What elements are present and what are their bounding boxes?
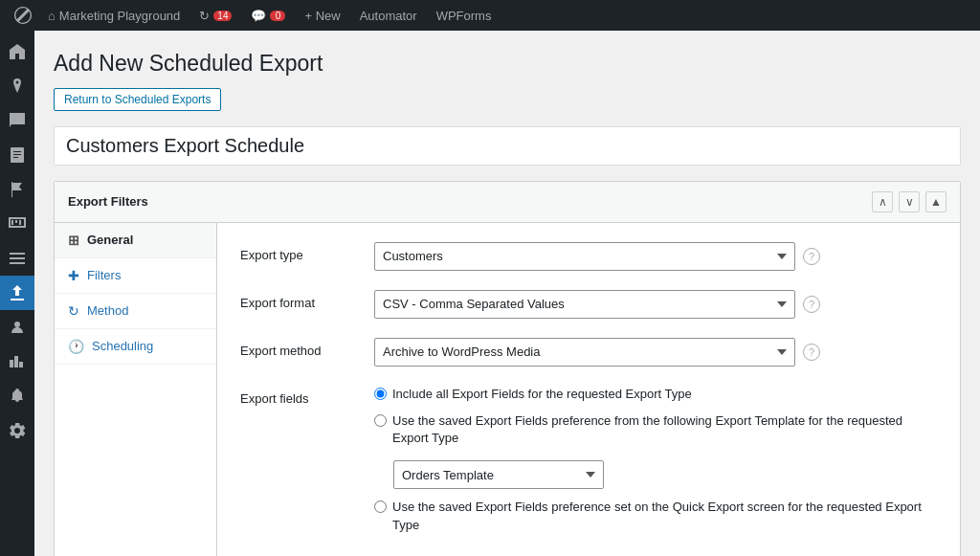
main-content: Add New Scheduled Export Return to Sched… (34, 31, 980, 556)
sidebar-woo-icon[interactable] (0, 207, 34, 241)
export-fields-field: Include all Export Fields for the reques… (374, 386, 937, 534)
template-select[interactable]: Orders Template Customers Template Produ… (393, 460, 604, 489)
site-name[interactable]: ⌂ Marketing Playground (38, 0, 189, 31)
page-title: Add New Scheduled Export (54, 50, 961, 78)
wp-logo[interactable] (8, 0, 38, 31)
panel-header: Export Filters ∧ ∨ ▲ (55, 182, 960, 223)
export-format-select[interactable]: CSV - Comma Separated Values Excel XML J… (374, 290, 795, 319)
export-type-row: Export type Customers Orders Products Co… (240, 242, 937, 271)
sidebar (0, 31, 34, 556)
sidebar-list-icon[interactable] (0, 241, 34, 276)
radio-quick-export-fields[interactable]: Use the saved Export Fields preference s… (374, 499, 922, 533)
collapse-down-button[interactable]: ∨ (899, 191, 920, 212)
comments-icon: 💬 (251, 9, 266, 23)
new-content-item[interactable]: + New (295, 0, 349, 31)
nav-item-general[interactable]: ⊞ General (55, 223, 216, 258)
radio-all-fields-text: Include all Export Fields for the reques… (392, 386, 692, 403)
export-format-label: Export format (240, 290, 374, 310)
export-type-help-icon[interactable]: ? (803, 248, 820, 265)
sidebar-chart-icon[interactable] (0, 345, 34, 379)
export-method-help-icon[interactable]: ? (803, 344, 820, 361)
sidebar-dashboard-icon[interactable] (0, 34, 34, 69)
schedule-name-input[interactable] (54, 126, 961, 166)
export-method-select[interactable]: Archive to WordPress Media Email FTP HTT… (374, 338, 795, 367)
export-method-label: Export method (240, 338, 374, 358)
return-link[interactable]: Return to Scheduled Exports (54, 88, 221, 111)
scheduling-icon: 🕐 (68, 339, 84, 354)
updates-item[interactable]: ↻ 14 (189, 0, 241, 31)
export-format-row: Export format CSV - Comma Separated Valu… (240, 290, 937, 319)
export-method-field: Archive to WordPress Media Email FTP HTT… (374, 338, 937, 367)
radio-template-fields-text: Use the saved Export Fields preference f… (392, 412, 902, 447)
panel-nav: ⊞ General ✚ Filters ↻ Method 🕐 Schedulin… (55, 223, 217, 556)
panel-header-title: Export Filters (68, 194, 148, 209)
export-filters-panel: Export Filters ∧ ∨ ▲ ⊞ General ✚ Filter (54, 181, 961, 556)
collapse-up-button[interactable]: ∧ (872, 191, 893, 212)
export-type-label: Export type (240, 242, 374, 262)
home-icon: ⌂ (48, 9, 56, 23)
sidebar-bell-icon[interactable] (0, 379, 34, 413)
radio-quick-export-fields-input[interactable] (374, 500, 387, 513)
automator-item[interactable]: Automator (350, 0, 427, 31)
panel-body: ⊞ General ✚ Filters ↻ Method 🕐 Schedulin… (55, 223, 960, 556)
export-fields-label: Export fields (240, 386, 374, 406)
radio-all-fields-input[interactable] (374, 388, 387, 400)
sidebar-export-icon[interactable] (0, 276, 34, 310)
general-icon: ⊞ (68, 233, 79, 248)
export-method-row: Export method Archive to WordPress Media… (240, 338, 937, 367)
panel-content: Export type Customers Orders Products Co… (217, 223, 960, 556)
svg-point-1 (14, 322, 20, 327)
export-type-field: Customers Orders Products Coupons ? (374, 242, 937, 271)
template-select-wrapper: Orders Template Customers Template Produ… (393, 460, 922, 489)
sidebar-pages-icon[interactable] (0, 138, 34, 172)
radio-quick-export-fields-text: Use the saved Export Fields preference s… (392, 499, 922, 533)
radio-all-fields[interactable]: Include all Export Fields for the reques… (374, 386, 922, 403)
panel-header-controls: ∧ ∨ ▲ (872, 191, 947, 212)
nav-item-filters[interactable]: ✚ Filters (55, 258, 216, 294)
export-format-help-icon[interactable]: ? (803, 296, 820, 313)
updates-icon: ↻ (199, 9, 210, 23)
export-fields-options: Include all Export Fields for the reques… (374, 386, 922, 534)
sidebar-pin-icon[interactable] (0, 69, 34, 103)
wpforms-item[interactable]: WPForms (427, 0, 501, 31)
filters-icon: ✚ (68, 268, 79, 283)
export-type-select[interactable]: Customers Orders Products Coupons (374, 242, 795, 271)
admin-bar: ⌂ Marketing Playground ↻ 14 💬 0 + New Au… (0, 0, 980, 31)
sidebar-flag-icon[interactable] (0, 172, 34, 207)
nav-item-method[interactable]: ↻ Method (55, 294, 216, 329)
comments-item[interactable]: 💬 0 (241, 0, 295, 31)
nav-item-scheduling[interactable]: 🕐 Scheduling (55, 329, 216, 365)
method-icon: ↻ (68, 303, 79, 319)
collapse-all-button[interactable]: ▲ (925, 191, 947, 212)
sidebar-bubble-icon[interactable] (0, 103, 34, 138)
radio-template-fields-input[interactable] (374, 414, 387, 427)
sidebar-settings-icon[interactable] (0, 413, 34, 448)
export-format-field: CSV - Comma Separated Values Excel XML J… (374, 290, 937, 319)
radio-template-fields[interactable]: Use the saved Export Fields preference f… (374, 412, 922, 447)
export-fields-row: Export fields Include all Export Fields … (240, 386, 937, 534)
sidebar-user-icon[interactable] (0, 310, 34, 345)
